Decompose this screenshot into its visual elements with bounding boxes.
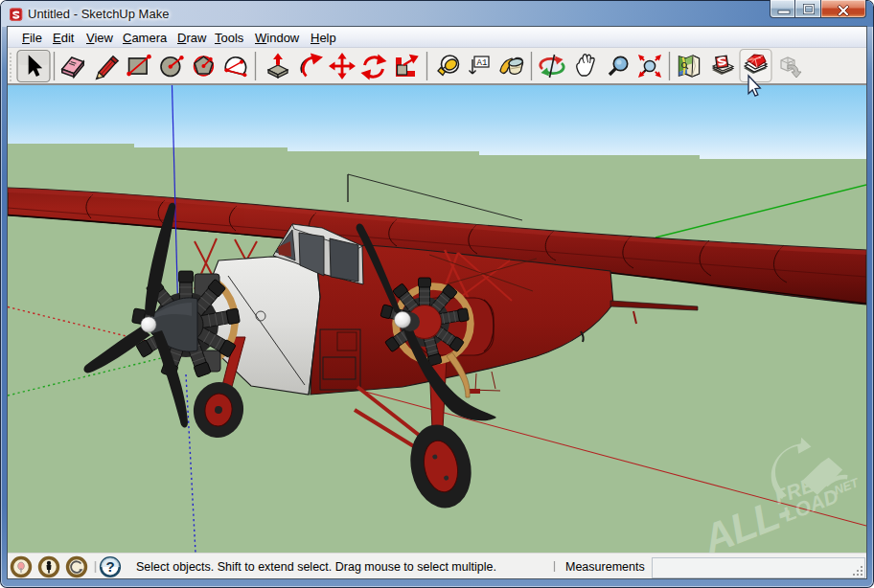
svg-text:Select objects. Shift to exten: Select objects. Shift to extend select. … [136, 560, 496, 574]
svg-text:Measurements: Measurements [565, 560, 645, 574]
svg-text:?: ? [105, 558, 114, 575]
svg-text:A1: A1 [477, 58, 488, 68]
